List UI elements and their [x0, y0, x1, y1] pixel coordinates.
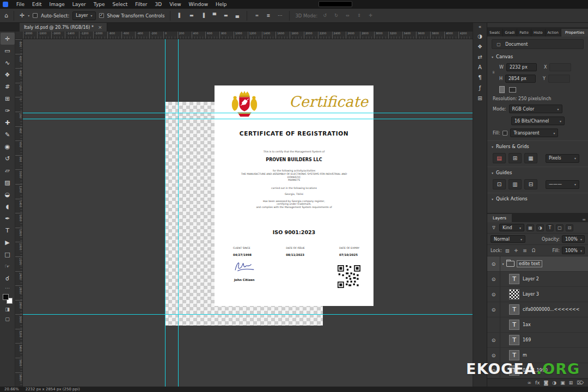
- layer-row[interactable]: ⊙ ▾ T edite text: [487, 256, 588, 272]
- dock-panel-icon[interactable]: ⇄: [474, 52, 486, 62]
- layer-visibility-toggle[interactable]: ⊙: [487, 287, 500, 302]
- tool-button[interactable]: ▨: [1, 176, 15, 188]
- menu-item[interactable]: View: [166, 0, 185, 9]
- canvas-height-field[interactable]: 2854 px: [505, 75, 536, 83]
- guides-section-header[interactable]: ▾ Guides: [487, 167, 588, 177]
- panel-tab[interactable]: Action: [546, 29, 561, 36]
- menu-item[interactable]: Edit: [28, 0, 45, 9]
- rulers-grids-section-header[interactable]: ▾ Rulers & Grids: [487, 140, 588, 151]
- tool-button[interactable]: ↺: [1, 152, 15, 164]
- menubar-search-box[interactable]: [318, 1, 352, 7]
- canvas-fill-select[interactable]: Transparent ▾: [510, 128, 558, 137]
- layer-thumbnail[interactable]: T: [509, 304, 519, 315]
- link-dimensions-icon[interactable]: ∞: [491, 70, 496, 74]
- layer-visibility-toggle[interactable]: ⊙: [487, 256, 500, 271]
- foreground-color-swatch[interactable]: [3, 294, 9, 300]
- layer-name[interactable]: Layer 2: [523, 277, 539, 281]
- layer-visibility-toggle[interactable]: ⊙: [487, 317, 500, 332]
- align-right-icon[interactable]: ▐: [199, 11, 207, 20]
- panel-menu-icon[interactable]: ≡: [580, 217, 588, 222]
- edit-toolbar-icon[interactable]: ⋯: [5, 285, 10, 291]
- menu-item[interactable]: Type: [90, 0, 109, 9]
- align-bottom-icon[interactable]: ▄: [233, 11, 241, 20]
- tool-button[interactable]: ◉: [1, 140, 15, 152]
- dock-panel-icon[interactable]: ¶: [474, 72, 486, 83]
- layer-name[interactable]: m: [523, 353, 527, 358]
- tool-button[interactable]: ❖: [1, 69, 15, 81]
- layer-thumbnail[interactable]: T: [509, 335, 519, 345]
- canvas-section-header[interactable]: ▾ Canvas: [487, 51, 588, 61]
- layer-row[interactable]: ⊙ ▾ T Layer 3: [487, 287, 588, 302]
- quick-mask-icon[interactable]: ◨: [1, 304, 15, 314]
- align-middle-icon[interactable]: ▬: [222, 11, 230, 20]
- layer-thumbnail[interactable]: T: [509, 350, 519, 360]
- clear-guides-button[interactable]: ⊟: [524, 179, 537, 189]
- adjustment-layer-icon[interactable]: ◑: [552, 381, 556, 385]
- toggle-guides-button[interactable]: ⊡: [493, 179, 506, 189]
- show-transform-checkbox[interactable]: ✓: [99, 13, 104, 18]
- delete-layer-icon[interactable]: ⌦: [577, 381, 584, 385]
- new-group-icon[interactable]: ▣: [560, 381, 565, 385]
- dock-panel-icon[interactable]: ◑: [474, 31, 486, 41]
- lock-artboard-icon[interactable]: ⊞: [522, 248, 528, 253]
- menu-item[interactable]: Select: [108, 0, 131, 9]
- toggle-grid-button[interactable]: ⊞: [509, 153, 522, 163]
- tool-button[interactable]: ✚: [1, 117, 15, 128]
- auto-select-checkbox[interactable]: [33, 13, 38, 18]
- menu-item[interactable]: File: [13, 0, 28, 9]
- new-layer-icon[interactable]: ⊞: [569, 381, 573, 385]
- filter-kind-select[interactable]: Kind ▾: [499, 224, 524, 231]
- layer-visibility-toggle[interactable]: ⊙: [487, 272, 500, 286]
- opacity-select[interactable]: 100% ▾: [562, 235, 585, 243]
- home-icon[interactable]: ⌂: [4, 12, 8, 19]
- menu-item[interactable]: Filter: [131, 0, 151, 9]
- group-expand-icon[interactable]: ▾: [500, 262, 506, 266]
- filter-pixel-icon[interactable]: ▦: [526, 224, 534, 231]
- document-tab[interactable]: Italy id.psd @ 20.7% (RGB/16) * ×: [20, 23, 107, 32]
- layer-name[interactable]: cifa0000000...<<<<<<<<0 d: [523, 307, 579, 312]
- quick-actions-section-header[interactable]: ▾ Quick Actions: [487, 193, 588, 203]
- tool-button[interactable]: ☞: [1, 260, 15, 272]
- dock-panel-icon[interactable]: ƒ: [474, 83, 486, 93]
- menu-item[interactable]: Image: [46, 0, 69, 9]
- fill-swatch[interactable]: [503, 131, 507, 136]
- horizontal-guide[interactable]: [23, 314, 473, 315]
- layer-thumbnail[interactable]: T: [509, 274, 519, 284]
- zoom-level-field[interactable]: 20.66%: [4, 387, 19, 391]
- tool-button[interactable]: ✎: [1, 128, 15, 140]
- color-swatches[interactable]: [2, 293, 13, 304]
- tool-button[interactable]: ⊞: [1, 93, 15, 105]
- tool-button[interactable]: ▱: [1, 164, 15, 176]
- panel-tab[interactable]: Swatc: [487, 29, 503, 36]
- layer-name[interactable]: Layer 3: [523, 292, 539, 297]
- menu-item[interactable]: Window: [185, 0, 212, 9]
- layer-name[interactable]: edite text: [517, 261, 542, 267]
- menu-item[interactable]: Layer: [69, 0, 90, 9]
- document-canvas[interactable]: Certificate CERTIFICATE OF REGISTRATION …: [23, 39, 473, 387]
- toggle-rulers-button[interactable]: ▤: [493, 153, 506, 163]
- dock-panel-icon[interactable]: ⊞: [474, 93, 486, 103]
- layer-name[interactable]: 169: [523, 338, 531, 342]
- tool-button[interactable]: ∿: [1, 57, 15, 69]
- layer-thumbnail[interactable]: T: [509, 289, 519, 299]
- layer-row[interactable]: ⊙ ▾ T cifa0000000...<<<<<<<<0 d: [487, 302, 588, 317]
- align-left-icon[interactable]: ▌: [176, 11, 184, 20]
- add-mask-icon[interactable]: ◙: [544, 381, 549, 385]
- layer-row[interactable]: ⊙ ▾ T 169: [487, 333, 588, 348]
- dock-panel-icon[interactable]: ❖: [474, 41, 486, 52]
- distribute-horizontal-icon[interactable]: ≣: [264, 11, 272, 20]
- collapse-panels-icon[interactable]: «: [479, 24, 482, 29]
- move-tool-icon[interactable]: ✛: [20, 12, 24, 19]
- vertical-guide[interactable]: [165, 39, 166, 387]
- distribute-vertical-icon[interactable]: ≡: [253, 11, 261, 20]
- tool-button[interactable]: ◒: [1, 188, 15, 200]
- layer-row[interactable]: ⊙ ▾ T 1ax: [487, 317, 588, 333]
- fill-opacity-select[interactable]: 100% ▾: [562, 247, 585, 254]
- tool-button[interactable]: ☌: [1, 272, 15, 284]
- layer-thumbnail[interactable]: T: [506, 260, 515, 267]
- layer-row[interactable]: ⊙ ▾ T Layer 2: [487, 272, 588, 287]
- lock-transparent-icon[interactable]: ▨: [504, 248, 511, 253]
- lock-all-icon[interactable]: Ω: [530, 248, 537, 253]
- filter-type-icon[interactable]: T: [546, 224, 554, 231]
- blend-mode-select[interactable]: Normal ▾: [491, 235, 525, 243]
